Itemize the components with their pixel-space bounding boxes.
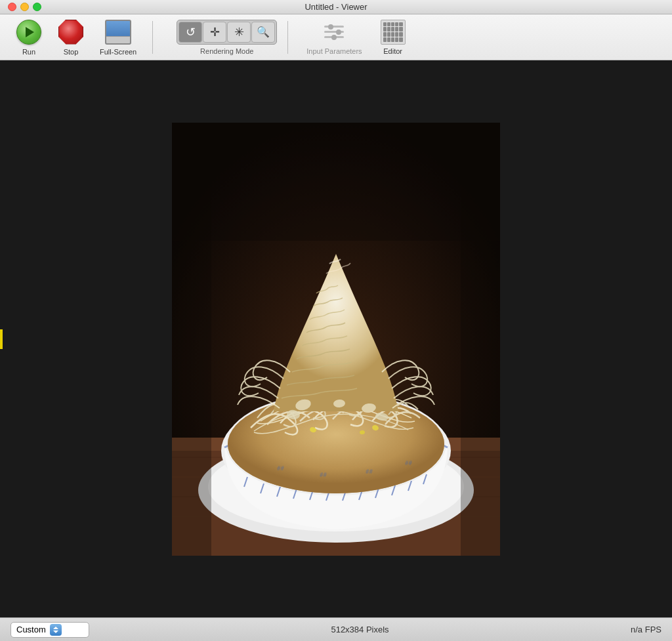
rendering-mode-buttons: ↺ ✛ ✳ 🔍 — [177, 20, 277, 45]
stop-button[interactable]: Stop — [52, 16, 89, 58]
render-zoom-button[interactable]: 🔍 — [251, 22, 275, 43]
left-accent — [0, 329, 3, 349]
food-image: ## ## ## ## — [172, 123, 500, 556]
rendering-mode-group: ↺ ✛ ✳ 🔍 Rendering Mode — [177, 20, 277, 55]
editor-button[interactable]: Editor — [375, 17, 411, 58]
fullscreen-button[interactable]: Full-Screen — [94, 16, 142, 58]
fps-display: n/a FPS — [631, 625, 662, 634]
stop-label: Stop — [64, 48, 79, 56]
stop-icon — [58, 19, 84, 45]
title-bar: Untitled - Viewer — [0, 0, 672, 14]
svg-text:##: ## — [405, 460, 412, 466]
svg-text:##: ## — [277, 465, 284, 472]
svg-text:##: ## — [366, 468, 373, 475]
dropdown-arrow-icon — [50, 624, 62, 636]
resolution-display: 512x384 Pixels — [331, 625, 388, 634]
slider-line-3 — [324, 36, 344, 38]
run-play-icon — [16, 20, 41, 45]
svg-text:##: ## — [320, 472, 327, 478]
fullscreen-monitor-icon — [105, 20, 131, 45]
custom-dropdown-label: Custom — [16, 625, 46, 634]
slider-line-1 — [324, 26, 344, 28]
minimize-button[interactable] — [20, 3, 29, 11]
render-refresh-button[interactable]: ↺ — [178, 22, 202, 43]
input-parameters-button[interactable]: Input Parameters — [299, 17, 369, 58]
rendering-mode-label: Rendering Mode — [200, 47, 253, 55]
sliders-icon — [322, 20, 346, 45]
maximize-button[interactable] — [33, 3, 41, 11]
toolbar-separator-1 — [152, 21, 153, 54]
chevron-up-icon — [53, 627, 58, 629]
image-container: ## ## ## ## — [172, 123, 500, 556]
food-svg: ## ## ## ## — [172, 123, 500, 556]
run-label: Run — [22, 48, 35, 56]
fullscreen-label: Full-Screen — [100, 48, 136, 56]
input-parameters-label: Input Parameters — [306, 47, 362, 55]
render-sparkle-button[interactable]: ✳ — [227, 22, 251, 43]
toolbar: Run Stop Full-Screen ↺ ✛ ✳ 🔍 Rendering M… — [0, 14, 672, 60]
stop-octagon-icon — [58, 20, 83, 45]
editor-grid-icon — [381, 20, 406, 45]
chevron-down-icon — [53, 631, 58, 633]
slider-line-2 — [324, 31, 344, 33]
svg-rect-49 — [172, 123, 500, 241]
traffic-lights — [8, 3, 41, 11]
status-bar: Custom 512x384 Pixels n/a FPS — [0, 617, 672, 641]
main-content: ## ## ## ## — [0, 60, 672, 617]
window-title: Untitled - Viewer — [304, 2, 367, 12]
run-icon — [16, 19, 42, 45]
run-button[interactable]: Run — [10, 16, 47, 58]
fullscreen-icon — [105, 19, 131, 45]
render-move-button[interactable]: ✛ — [203, 22, 226, 43]
custom-dropdown[interactable]: Custom — [10, 622, 89, 638]
toolbar-separator-2 — [287, 21, 288, 54]
close-button[interactable] — [8, 3, 16, 11]
editor-label: Editor — [383, 47, 402, 55]
